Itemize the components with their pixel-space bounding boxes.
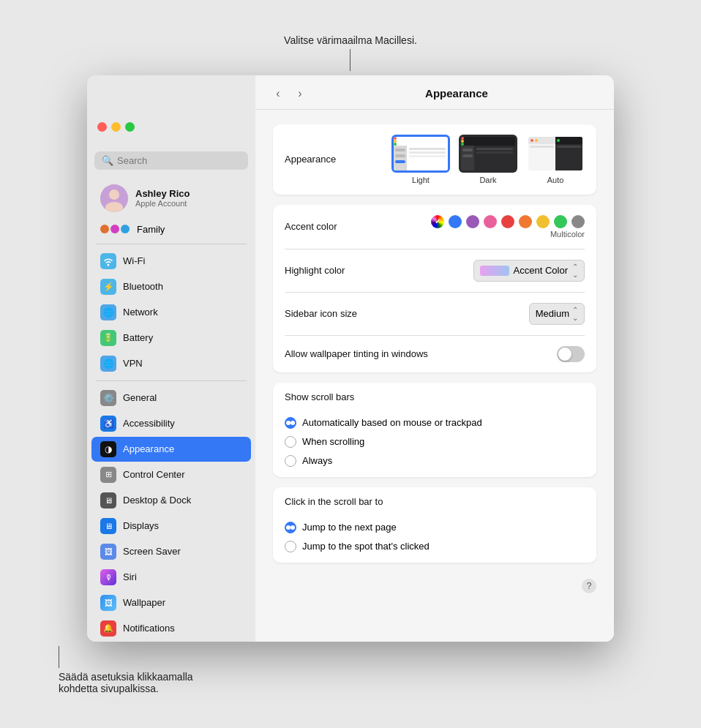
sidebar-item-family[interactable]: Family (91, 219, 251, 239)
siri-label: Siri (123, 571, 137, 582)
highlight-color-control[interactable]: Accent Color ⌃⌄ (473, 260, 585, 282)
siri-icon: 🎙 (100, 569, 116, 585)
scroll-scrolling-option[interactable]: When scrolling (285, 433, 585, 451)
sidebar-item-general[interactable]: ⚙️ General (91, 386, 251, 410)
click-next-page-option[interactable]: Jump to the next page (285, 519, 585, 536)
desktop-dock-label: Desktop & Dock (123, 495, 191, 506)
maximize-button[interactable] (125, 122, 135, 132)
accent-green[interactable] (554, 215, 567, 228)
search-input[interactable] (117, 155, 241, 166)
close-button[interactable] (97, 122, 107, 132)
sidebar-item-wallpaper[interactable]: 🖼 Wallpaper (91, 590, 251, 615)
wallpaper-tinting-label: Allow wallpaper tinting in windows (285, 348, 428, 359)
accent-dots (431, 215, 585, 228)
sidebar-profile[interactable]: Ashley Rico Apple Account (91, 179, 251, 218)
thumb-dark-dot-red (461, 137, 464, 140)
thumb-light-body (394, 146, 448, 172)
appearance-option-light[interactable]: Light (391, 135, 450, 184)
sidebar-item-appearance[interactable]: ◑ Appearance (91, 437, 251, 462)
wallpaper-label: Wallpaper (123, 597, 165, 608)
size-chevron-icon: ⌃⌄ (572, 306, 578, 322)
family-icon (100, 225, 130, 233)
accent-yellow[interactable] (536, 215, 550, 228)
accent-pink[interactable] (484, 215, 497, 228)
thumb-dark-sidebar (461, 146, 474, 172)
appearance-label-auto: Auto (547, 176, 564, 184)
callout-bottom-line (59, 646, 59, 668)
appearance-option-dark[interactable]: Dark (459, 135, 517, 184)
appearance-icon: ◑ (100, 441, 116, 457)
sidebar-item-notifications[interactable]: 🔔 Notifications (91, 616, 251, 641)
click-next-page-label: Jump to the next page (302, 522, 397, 533)
scroll-scrolling-radio[interactable] (285, 436, 296, 448)
battery-icon: 🔋 (100, 330, 116, 346)
appearance-thumb-light (391, 135, 450, 173)
network-icon: 🌐 (100, 304, 116, 320)
help-button[interactable]: ? (582, 579, 596, 593)
scroll-auto-option[interactable]: Automatically based on mouse or trackpad (285, 414, 585, 432)
sidebar-item-wifi[interactable]: Wi-Fi (91, 249, 251, 274)
sidebar: 🔍 Ashley Rico Apple Account (87, 75, 255, 642)
sidebar-icon-size-control[interactable]: Medium ⌃⌄ (529, 303, 585, 325)
settings-card: Accent color (273, 205, 596, 372)
highlight-color-label: Highlight color (285, 265, 345, 276)
scroll-always-label: Always (302, 455, 332, 466)
general-label: General (123, 392, 157, 403)
callout-top-text: Valitse värimaailma Macillesi. (284, 34, 417, 46)
callout-top-line (350, 49, 350, 71)
thumb-dark-header (461, 137, 515, 146)
sidebar-item-control-center[interactable]: ⊞ Control Center (91, 462, 251, 487)
accent-blue[interactable] (449, 215, 462, 228)
profile-subtitle: Apple Account (135, 199, 190, 208)
sidebar-header (87, 113, 255, 151)
sidebar-item-bluetooth[interactable]: ⚡ Bluetooth (91, 274, 251, 299)
profile-name: Ashley Rico (135, 188, 190, 199)
accent-multicolor[interactable] (431, 215, 444, 228)
sidebar-item-siri[interactable]: 🎙 Siri (91, 565, 251, 590)
scroll-always-option[interactable]: Always (285, 452, 585, 470)
sidebar-list: Ashley Rico Apple Account Family (87, 177, 255, 642)
accent-purple[interactable] (466, 215, 479, 228)
wifi-icon (100, 253, 116, 269)
callout-bottom-text: Säädä asetuksia klikkaamallakohdetta siv… (59, 671, 193, 694)
bluetooth-icon: ⚡ (100, 279, 116, 295)
main-body: Appearance (255, 110, 614, 642)
appearance-label-dark: Dark (479, 176, 496, 184)
sidebar-item-battery[interactable]: 🔋 Battery (91, 326, 251, 350)
click-spot-radio[interactable] (285, 541, 296, 552)
control-center-label: Control Center (123, 469, 185, 480)
sidebar-item-vpn[interactable]: 🌐 VPN (91, 351, 251, 376)
click-spot-option[interactable]: Jump to the spot that's clicked (285, 538, 585, 555)
window-wrapper: 🔍 Ashley Rico Apple Account (87, 75, 614, 642)
sidebar-item-network[interactable]: 🌐 Network (91, 300, 251, 325)
accent-red[interactable] (501, 215, 514, 228)
minimize-button[interactable] (111, 122, 121, 132)
sidebar-item-displays[interactable]: 🖥 Displays (91, 514, 251, 539)
forward-button[interactable]: › (292, 86, 308, 102)
main-content: ‹ › Appearance Appearance (255, 75, 614, 642)
sidebar-item-screen-saver[interactable]: 🖼 Screen Saver (91, 539, 251, 564)
scroll-auto-radio[interactable] (285, 417, 296, 429)
accent-orange[interactable] (519, 215, 532, 228)
search-bar[interactable]: 🔍 (94, 151, 248, 170)
accent-graphite[interactable] (571, 215, 585, 228)
accessibility-icon: ♿ (100, 416, 116, 432)
callout-bottom: Säädä asetuksia klikkaamallakohdetta siv… (59, 646, 193, 694)
appearance-section: Appearance (273, 124, 596, 195)
screen-saver-label: Screen Saver (123, 546, 181, 557)
back-button[interactable]: ‹ (270, 86, 286, 102)
sidebar-item-accessibility[interactable]: ♿ Accessibility (91, 411, 251, 436)
accessibility-label: Accessibility (123, 418, 175, 429)
sidebar-item-desktop-dock[interactable]: 🖥 Desktop & Dock (91, 488, 251, 513)
avatar (100, 184, 128, 212)
click-next-page-radio[interactable] (285, 522, 296, 533)
appearance-option-auto[interactable]: Auto (526, 135, 585, 184)
thumb-light-header (394, 137, 448, 146)
accent-color-control: Multicolor (431, 215, 585, 239)
wallpaper-tinting-toggle[interactable] (557, 346, 585, 362)
sidebar-separator-1 (96, 244, 247, 244)
highlight-color-row: Highlight color Accent Color ⌃⌄ (285, 249, 585, 293)
scroll-always-radio[interactable] (285, 455, 296, 467)
sidebar-separator-2 (96, 380, 247, 381)
desktop-dock-icon: 🖥 (100, 492, 116, 509)
